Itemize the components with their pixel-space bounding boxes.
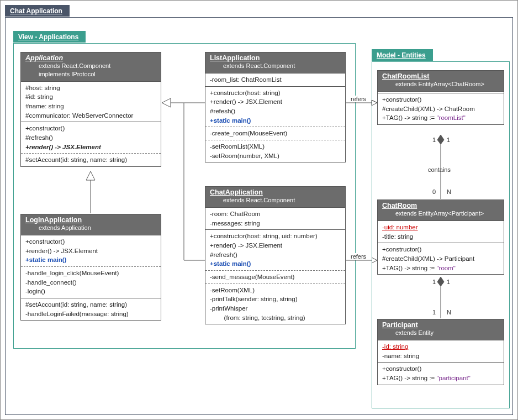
- class-list-title: ListApplication: [210, 54, 341, 62]
- class-participant-ops: +constructor() +TAG() -> string := "part…: [378, 362, 504, 384]
- class-member: -setRoom(number, XML): [210, 151, 341, 161]
- class-application-ops1: +constructor() #refresh() +render() -> J…: [21, 122, 161, 153]
- class-member: +constructor(): [382, 364, 499, 374]
- class-list-ext: extends React.Component: [210, 62, 341, 70]
- class-member: +TAG() -> string := "roomList": [382, 113, 499, 123]
- class-participant-attrs: -id: string -name: string: [378, 340, 504, 362]
- class-member: -login(): [25, 287, 156, 296]
- class-chat-title: ChatApplication: [210, 188, 341, 196]
- class-member: #setAccount(id: string, name: string): [25, 300, 156, 309]
- class-member: #createChild(XML) -> ChatRoom: [382, 104, 499, 114]
- class-list-ops1: +constructor(host: string) +render() -> …: [205, 86, 345, 127]
- tag-prefix: +TAG() -> string :=: [382, 265, 437, 271]
- class-chat-ops3: -setRoom(XML) -printTalk(sender: string,…: [205, 284, 345, 324]
- multiplicity-n: N: [447, 188, 451, 195]
- class-participant-head: Participant extends Entity: [378, 319, 504, 340]
- tag-prefix: +TAG() -> string :=: [382, 375, 437, 381]
- tag-value: "room": [437, 265, 456, 271]
- class-list-ops2: -create_room(MouseEvent): [205, 127, 345, 140]
- class-participant-ext: extends Entity: [382, 329, 499, 337]
- class-room-attrs: -uid: number -title: string: [378, 221, 504, 243]
- class-login-head: LoginApplication extends Application: [21, 214, 161, 235]
- class-roomlist-title: ChatRoomList: [382, 72, 499, 80]
- relation-label-refers: refers: [350, 253, 367, 260]
- class-member: -room: ChatRoom: [210, 209, 341, 219]
- class-login-ops3: #setAccount(id: string, name: string) -h…: [21, 298, 161, 320]
- class-login-ext: extends Application: [25, 224, 156, 232]
- class-list-head: ListApplication extends React.Component: [205, 53, 345, 73]
- class-member-key: -uid: number: [382, 223, 499, 232]
- class-member: -title: string: [382, 232, 499, 242]
- package-chat-application-tab: Chat Application: [5, 5, 70, 17]
- class-member: -handleLoginFailed(message: string): [25, 309, 156, 319]
- class-member: -room_list: ChatRoomList: [210, 75, 341, 85]
- class-member: #refesh(): [210, 107, 341, 116]
- class-member: +TAG() -> string := "room": [382, 264, 499, 273]
- class-member: #host: string: [25, 83, 156, 93]
- class-member: #name: string: [25, 102, 156, 111]
- class-member: +constructor(host: string): [210, 88, 341, 98]
- class-member: -name: string: [382, 351, 499, 361]
- class-member: #id: string: [25, 92, 156, 102]
- class-list-application: ListApplication extends React.Component …: [205, 52, 346, 162]
- class-roomlist-head: ChatRoomList extends EntityArray<ChatRoo…: [378, 71, 504, 91]
- class-roomlist-ops: +constructor() #createChild(XML) -> Chat…: [378, 93, 504, 124]
- class-application-ext1: extends React.Component: [25, 62, 156, 70]
- class-application: Application extends React.Component impl…: [20, 52, 161, 167]
- class-member: #refresh(): [210, 250, 341, 260]
- multiplicity-one: 1: [432, 279, 436, 285]
- relation-label-refers: refers: [350, 96, 367, 102]
- class-member: -handle_login_click(MouseEvent): [25, 269, 156, 278]
- class-member: #setAccount(id: string, name: string): [25, 155, 156, 165]
- class-member: +static main(): [25, 255, 156, 265]
- class-member: +static main(): [210, 116, 341, 125]
- tag-prefix: +TAG() -> string :=: [382, 114, 437, 121]
- class-member: -setRoomList(XML): [210, 142, 341, 151]
- class-application-head: Application extends React.Component impl…: [21, 53, 161, 81]
- class-member: -printWhisper: [210, 304, 341, 313]
- class-member: +render() -> JSX.Element: [210, 97, 341, 107]
- multiplicity-one: 1: [447, 279, 450, 285]
- class-member: +render() -> JSX.Element: [25, 246, 156, 256]
- class-member: -send_message(MouseEvent): [210, 272, 341, 282]
- multiplicity-one: 1: [432, 309, 436, 316]
- class-member: +constructor(host: string, uid: number): [210, 232, 341, 241]
- class-chatroomlist: ChatRoomList extends EntityArray<ChatRoo…: [377, 70, 504, 125]
- class-member: +constructor(): [25, 124, 156, 133]
- class-chat-ext: extends React.Component: [210, 196, 341, 204]
- class-application-ops2: #setAccount(id: string, name: string): [21, 153, 161, 166]
- class-member: #refresh(): [25, 133, 156, 143]
- class-chat-application: ChatApplication extends React.Component …: [205, 186, 346, 324]
- class-member: +constructor(): [25, 237, 156, 246]
- class-chat-attrs: -room: ChatRoom -messages: string: [205, 207, 345, 229]
- class-room-ext: extends EntityArray<Participant>: [382, 209, 499, 218]
- class-chat-ops2: -send_message(MouseEvent): [205, 270, 345, 284]
- class-application-attrs: #host: string #id: string #name: string …: [21, 81, 161, 122]
- class-chat-head: ChatApplication extends React.Component: [205, 187, 345, 207]
- class-member: +render() -> JSX.Element: [210, 241, 341, 250]
- class-member: #createChild(XML) -> Participant: [382, 254, 499, 264]
- tag-value: "participant": [437, 375, 471, 381]
- tag-value: "roomList": [437, 114, 466, 121]
- multiplicity-one: 1: [447, 136, 450, 143]
- relation-label-contains: contains: [427, 166, 452, 173]
- class-login-title: LoginApplication: [25, 216, 156, 224]
- class-application-title: Application: [25, 54, 156, 62]
- class-participant-title: Participant: [382, 321, 499, 329]
- class-room-ops: +constructor() #createChild(XML) -> Part…: [378, 243, 504, 274]
- class-member: +render() -> JSX.Element: [25, 143, 156, 152]
- multiplicity-one: 1: [432, 136, 436, 143]
- class-member: -setRoom(XML): [210, 286, 341, 295]
- class-member: -create_room(MouseEvent): [210, 129, 341, 138]
- multiplicity-zero: 0: [432, 188, 436, 195]
- class-login-application: LoginApplication extends Application +co…: [20, 214, 161, 321]
- class-login-ops1: +constructor() +render() -> JSX.Element …: [21, 235, 161, 266]
- class-roomlist-ext: extends EntityArray<ChatRoom>: [382, 80, 499, 88]
- class-member: -printTalk(sender: string, string): [210, 295, 341, 304]
- class-chat-ops1: +constructor(host: string, uid: number) …: [205, 229, 345, 270]
- class-login-ops2: -handle_login_click(MouseEvent) -handle_…: [21, 266, 161, 298]
- class-list-attrs: -room_list: ChatRoomList: [205, 73, 345, 86]
- class-member: +constructor(): [382, 245, 499, 254]
- class-chatroom: ChatRoom extends EntityArray<Participant…: [377, 200, 504, 275]
- class-member: -messages: string: [210, 219, 341, 228]
